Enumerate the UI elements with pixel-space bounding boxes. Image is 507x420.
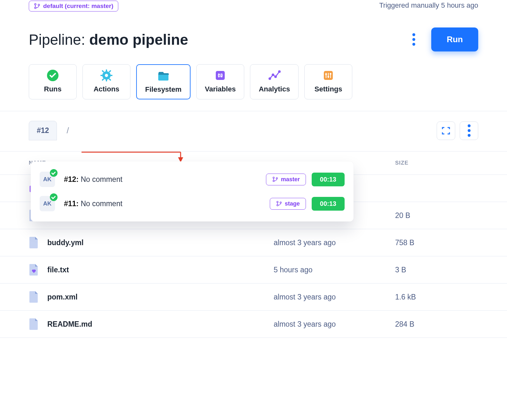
run-title: #11: No comment: [64, 199, 122, 208]
path-separator: /: [66, 126, 69, 136]
svg-point-17: [272, 74, 274, 76]
run-selector-popover: AK #12: No comment master 00:13 AK: [31, 161, 354, 222]
variable-icon: S: [214, 69, 227, 82]
file-date: almost 3 years ago: [274, 238, 395, 247]
expand-icon: [441, 126, 451, 136]
svg-point-1: [35, 7, 36, 9]
table-row[interactable]: buddy.yml almost 3 years ago 758 B: [0, 229, 507, 256]
svg-text:S: S: [219, 73, 222, 78]
svg-point-18: [274, 75, 277, 78]
branch-icon: [276, 200, 282, 207]
run-option[interactable]: AK #11: No comment stage 00:13: [31, 191, 354, 216]
svg-point-16: [269, 77, 271, 80]
run-button[interactable]: Run: [431, 27, 478, 51]
svg-point-19: [278, 70, 281, 73]
gear-icon: [100, 69, 113, 82]
file-size: 1.6 kB: [395, 293, 478, 301]
file-heart-icon: [29, 265, 39, 275]
file-icon: [29, 237, 39, 248]
page-title: Pipeline: demo pipeline: [29, 31, 188, 48]
file-date: almost 3 years ago: [274, 293, 395, 301]
file-size: 758 B: [395, 238, 478, 247]
table-row[interactable]: README.md almost 3 years ago 284 B: [0, 311, 507, 338]
tab-runs[interactable]: Runs: [29, 64, 77, 99]
sliders-icon: [322, 69, 335, 82]
svg-point-26: [330, 73, 332, 74]
svg-point-33: [277, 201, 278, 203]
duration-badge: 00:13: [312, 173, 345, 186]
analytics-icon: [268, 69, 281, 82]
filesystem-menu-button[interactable]: [460, 121, 478, 140]
run-option[interactable]: AK #12: No comment master 00:13: [31, 167, 354, 191]
branch-pill[interactable]: default (current: master): [29, 1, 118, 12]
folder-icon: [157, 69, 170, 82]
file-date: 5 hours ago: [274, 266, 395, 274]
tab-label: Actions: [94, 85, 120, 93]
file-size: 20 B: [395, 211, 478, 220]
status-success-icon: [50, 193, 58, 201]
svg-point-31: [273, 180, 274, 182]
svg-point-2: [38, 4, 40, 6]
expand-button[interactable]: [437, 121, 455, 140]
triggered-text: Triggered manually 5 hours ago: [379, 1, 478, 10]
svg-point-35: [280, 202, 281, 203]
file-icon: [29, 292, 39, 302]
file-name: buddy.yml: [47, 238, 83, 247]
tab-label: Variables: [205, 85, 236, 93]
tab-variables[interactable]: S Variables: [196, 64, 245, 99]
run-title: #12: No comment: [64, 175, 122, 184]
check-circle-icon: [46, 69, 59, 82]
file-size: 3 B: [395, 266, 478, 274]
branch-icon: [272, 176, 278, 183]
branch-badge[interactable]: stage: [270, 198, 306, 210]
svg-rect-5: [106, 69, 107, 72]
svg-point-0: [35, 4, 36, 5]
status-success-icon: [50, 169, 58, 177]
svg-point-30: [273, 177, 274, 178]
svg-rect-6: [106, 79, 107, 82]
branch-badge[interactable]: master: [266, 174, 306, 185]
file-name: pom.xml: [47, 293, 78, 301]
table-row[interactable]: file.txt 5 hours ago 3 B: [0, 256, 507, 284]
svg-point-32: [276, 178, 277, 179]
file-name: README.md: [47, 320, 92, 329]
file-date: almost 3 years ago: [274, 320, 395, 329]
run-selector[interactable]: #12: [29, 121, 57, 140]
duration-badge: 00:13: [312, 197, 345, 211]
file-size: 284 B: [395, 320, 478, 329]
svg-rect-8: [110, 75, 113, 76]
pipeline-name: demo pipeline: [89, 31, 188, 48]
file-name: file.txt: [47, 266, 69, 274]
dots-vertical-icon: [464, 121, 474, 140]
svg-point-13: [105, 74, 108, 77]
col-size-header: SIZE: [395, 160, 478, 166]
tab-filesystem[interactable]: Filesystem: [136, 64, 191, 99]
tab-settings[interactable]: Settings: [304, 64, 352, 99]
svg-rect-7: [100, 75, 103, 76]
svg-point-24: [325, 73, 327, 75]
branch-icon: [34, 3, 41, 10]
tab-label: Runs: [44, 85, 62, 93]
tab-analytics[interactable]: Analytics: [250, 64, 299, 99]
branch-label: default (current: master): [43, 3, 113, 10]
svg-point-25: [328, 76, 329, 77]
tab-label: Settings: [315, 85, 342, 93]
overflow-menu-button[interactable]: [409, 30, 418, 49]
tab-label: Analytics: [259, 85, 290, 93]
file-icon: [29, 319, 39, 329]
tab-label: Filesystem: [145, 85, 182, 94]
svg-point-34: [277, 205, 278, 206]
tab-actions[interactable]: Actions: [82, 64, 130, 99]
table-row[interactable]: pom.xml almost 3 years ago 1.6 kB: [0, 284, 507, 311]
page-title-prefix: Pipeline:: [29, 31, 89, 48]
